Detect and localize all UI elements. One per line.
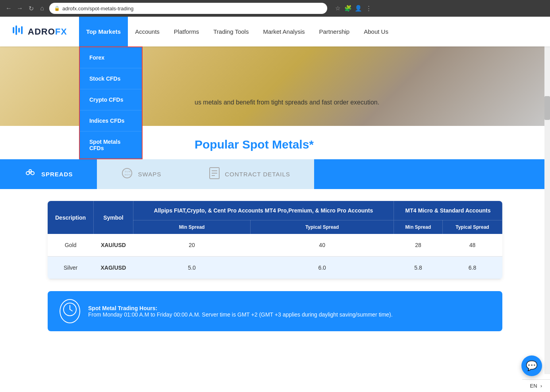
info-bar-title: Spot Metal Trading Hours: [88,305,157,311]
home-button[interactable]: ⌂ [38,4,46,12]
extensions-button[interactable]: 🧩 [344,4,352,12]
address-bar[interactable]: 🔒 adrofx.com/spot-metals-trading [49,3,327,14]
table-row: Gold XAU/USD 20 40 28 48 [48,234,502,257]
cell-g2-typical: 48 [442,234,502,257]
scrollbar-thumb[interactable] [544,96,550,120]
page-title: Popular Spot Metals* [195,138,355,151]
cell-g2-min: 5.8 [394,257,442,279]
svg-rect-3 [21,26,23,34]
refresh-button[interactable]: ↻ [27,4,35,12]
g1-min-spread: Min Spread [133,220,250,234]
info-bar: Spot Metal Trading Hours: From Monday 01… [48,291,502,331]
svg-rect-1 [15,25,17,35]
svg-line-18 [70,309,72,311]
header: ADROFX Top Markets Forex Stock CFDs Cryp… [0,17,550,46]
logo[interactable]: ADROFX [12,24,67,39]
nav-item-about-us[interactable]: About Us [357,17,396,46]
info-bar-content: Spot Metal Trading Hours: From Monday 01… [88,305,393,318]
dropdown-forex[interactable]: Forex [80,47,142,68]
profile-button[interactable]: 👤 [354,4,362,12]
tab-spreads-label: SPREADS [41,171,73,178]
svg-point-4 [26,172,29,175]
g2-min-spread: Min Spread [394,220,442,234]
hero-subtext: us metals and benefit from tight spreads… [195,99,379,106]
cell-g1-min: 5.0 [133,257,250,279]
star-button[interactable]: ☆ [334,4,342,12]
col-description: Description [48,201,93,234]
g1-typical-spread: Typical Spread [251,220,394,234]
group1-header: Allpips FIAT,Crypto, & Cent Pro Accounts… [133,201,394,220]
svg-point-7 [29,170,31,172]
cell-g1-typical: 6.0 [251,257,394,279]
nav-item-trading-tools[interactable]: Trading Tools [206,17,256,46]
cell-g2-typical: 6.8 [442,257,502,279]
menu-button[interactable]: ⋮ [365,4,372,12]
top-markets-dropdown: Forex Stock CFDs Crypto CFDs Indices CFD… [79,46,143,159]
cell-description: Gold [48,234,93,257]
info-bar-text: From Monday 01:00 A.M to Friday 00:00 A.… [88,311,393,318]
spreads-table-section: Description Symbol Allpips FIAT,Crypto, … [0,189,550,291]
col-symbol: Symbol [93,201,133,234]
browser-chrome: ← → ↻ ⌂ 🔒 adrofx.com/spot-metals-trading… [0,0,550,17]
svg-text:SUN: SUN [125,170,131,173]
svg-rect-0 [13,27,14,33]
cell-g2-min: 28 [394,234,442,257]
scrollbar-track [544,17,550,343]
table-row: Silver XAG/USD 5.0 6.0 5.8 6.8 [48,257,502,279]
contract-details-icon [209,167,220,182]
svg-point-9 [122,168,132,178]
svg-text:NOV: NOV [125,174,131,176]
cell-g1-min: 20 [133,234,250,257]
tab-contract-details[interactable]: CONTRACT DETAILS [185,159,314,189]
cell-symbol: XAG/USD [93,257,133,279]
back-button[interactable]: ← [5,4,13,12]
tab-swaps[interactable]: SUN NOV SWAPS [97,159,185,189]
dropdown-crypto-cfds[interactable]: Crypto CFDs [80,89,142,110]
tab-spreads[interactable]: SPREADS [0,159,97,189]
forward-button[interactable]: → [16,4,24,12]
tab-contract-details-label: CONTRACT DETAILS [225,171,290,178]
nav-item-accounts[interactable]: Accounts [128,17,167,46]
spreads-table: Description Symbol Allpips FIAT,Crypto, … [48,201,502,279]
cell-symbol: XAU/USD [93,234,133,257]
cell-g1-typical: 40 [251,234,394,257]
svg-rect-2 [18,28,20,33]
spreads-icon [24,167,37,182]
cell-description: Silver [48,257,93,279]
tab-swaps-label: SWAPS [138,171,162,178]
svg-point-5 [31,172,34,175]
nav-item-top-markets[interactable]: Top Markets Forex Stock CFDs Crypto CFDs… [79,17,128,46]
url-text: adrofx.com/spot-metals-trading [62,6,133,12]
logo-icon [12,24,25,39]
g2-typical-spread: Typical Spread [442,220,502,234]
nav-item-partnership[interactable]: Partnership [312,17,357,46]
clock-icon [60,299,80,323]
dropdown-spot-metals-cfds[interactable]: Spot Metals CFDs [80,131,142,158]
nav-item-market-analysis[interactable]: Market Analysis [256,17,312,46]
dropdown-indices-cfds[interactable]: Indices CFDs [80,110,142,131]
logo-text: ADROFX [28,27,67,37]
lock-icon: 🔒 [54,6,60,11]
tabs-bar: SPREADS SUN NOV SWAPS CONTRACT DETAILS [0,159,550,189]
dropdown-stock-cfds[interactable]: Stock CFDs [80,68,142,89]
main-nav: Top Markets Forex Stock CFDs Crypto CFDs… [79,17,396,46]
group2-header: MT4 Micro & Standard Accounts [394,201,502,220]
swaps-icon: SUN NOV [121,167,133,182]
nav-item-platforms[interactable]: Platforms [167,17,206,46]
